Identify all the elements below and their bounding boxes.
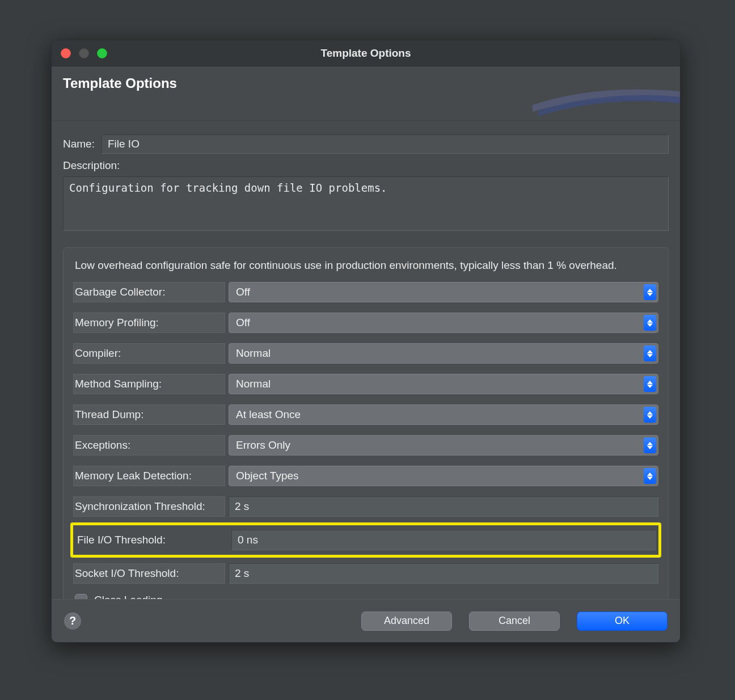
name-row: Name: xyxy=(63,134,669,154)
option-label: Synchronization Threshold: xyxy=(73,496,225,517)
name-input[interactable] xyxy=(102,134,669,154)
select-stepper-icon xyxy=(644,315,656,331)
dialog-header: Template Options xyxy=(52,66,680,121)
option-row-memory-leak: Memory Leak Detection: Object Types xyxy=(73,466,658,486)
button-label: Advanced xyxy=(384,615,429,627)
zoom-window-icon[interactable] xyxy=(97,48,107,58)
option-label: Memory Leak Detection: xyxy=(73,466,225,486)
help-button[interactable]: ? xyxy=(64,613,81,630)
memory-profiling-select[interactable]: Off xyxy=(229,313,658,333)
dialog-footer: ? Advanced Cancel OK xyxy=(52,599,680,642)
file-io-highlight: File I/O Threshold: xyxy=(70,522,661,558)
compiler-select[interactable]: Normal xyxy=(229,343,658,364)
close-window-icon[interactable] xyxy=(61,48,71,58)
select-stepper-icon xyxy=(644,407,656,423)
option-row-compiler: Compiler: Normal xyxy=(73,343,658,364)
select-value: Object Types xyxy=(236,470,299,482)
option-row-exceptions: Exceptions: Errors Only xyxy=(73,435,658,456)
dialog-window: Template Options Template Options Name: … xyxy=(51,40,681,643)
file-io-threshold-input[interactable] xyxy=(231,530,656,550)
help-icon: ? xyxy=(69,614,76,627)
memory-leak-select[interactable]: Object Types xyxy=(229,466,658,486)
options-panel: Low overhead configuration safe for cont… xyxy=(63,247,669,616)
option-label: Socket I/O Threshold: xyxy=(73,563,225,584)
select-value: Off xyxy=(236,317,250,329)
titlebar: Template Options xyxy=(52,40,680,66)
button-label: Cancel xyxy=(499,615,530,627)
option-label: Memory Profiling: xyxy=(73,313,225,333)
option-label: Thread Dump: xyxy=(73,404,225,425)
window-title: Template Options xyxy=(52,47,680,60)
overhead-note: Low overhead configuration safe for cont… xyxy=(75,259,657,272)
dialog-body: Name: Description: Low overhead configur… xyxy=(52,121,680,622)
option-row-gc: Garbage Collector: Off xyxy=(73,282,658,302)
option-label: Garbage Collector: xyxy=(73,282,225,302)
select-value: Normal xyxy=(236,378,271,390)
method-sampling-select[interactable]: Normal xyxy=(229,374,658,394)
option-label: Method Sampling: xyxy=(73,374,225,394)
select-stepper-icon xyxy=(644,284,656,300)
sync-threshold-input[interactable] xyxy=(229,496,658,517)
option-row-thread-dump: Thread Dump: At least Once xyxy=(73,404,658,425)
name-label: Name: xyxy=(63,138,95,150)
select-stepper-icon xyxy=(644,345,656,361)
advanced-button[interactable]: Advanced xyxy=(361,612,452,631)
select-value: Normal xyxy=(236,347,271,360)
option-row-sync-threshold: Synchronization Threshold: xyxy=(73,496,658,517)
option-row-socket-io: Socket I/O Threshold: xyxy=(73,563,658,584)
select-stepper-icon xyxy=(644,468,656,484)
option-row-method-sampling: Method Sampling: Normal xyxy=(73,374,658,394)
option-label: Exceptions: xyxy=(73,435,225,456)
socket-io-threshold-input[interactable] xyxy=(229,563,658,584)
exceptions-select[interactable]: Errors Only xyxy=(229,435,658,456)
description-row: Description: xyxy=(63,159,669,234)
decorative-swoosh xyxy=(533,77,680,116)
minimize-window-icon xyxy=(79,48,89,58)
description-textarea[interactable] xyxy=(63,176,669,231)
option-row-memory-profiling: Memory Profiling: Off xyxy=(73,313,658,333)
button-label: OK xyxy=(615,615,630,627)
select-stepper-icon xyxy=(644,437,656,453)
description-label: Description: xyxy=(63,159,669,172)
cancel-button[interactable]: Cancel xyxy=(469,612,560,631)
select-value: At least Once xyxy=(236,408,301,421)
option-label: File I/O Threshold: xyxy=(76,530,228,550)
thread-dump-select[interactable]: At least Once xyxy=(229,404,658,425)
option-label: Compiler: xyxy=(73,343,225,364)
gc-select[interactable]: Off xyxy=(229,282,658,302)
window-controls xyxy=(61,48,107,58)
dialog-subtitle: Template Options xyxy=(63,75,177,91)
ok-button[interactable]: OK xyxy=(577,612,668,631)
option-row-file-io: File I/O Threshold: xyxy=(76,530,656,550)
select-value: Errors Only xyxy=(236,439,290,452)
select-value: Off xyxy=(236,286,250,298)
select-stepper-icon xyxy=(644,376,656,392)
